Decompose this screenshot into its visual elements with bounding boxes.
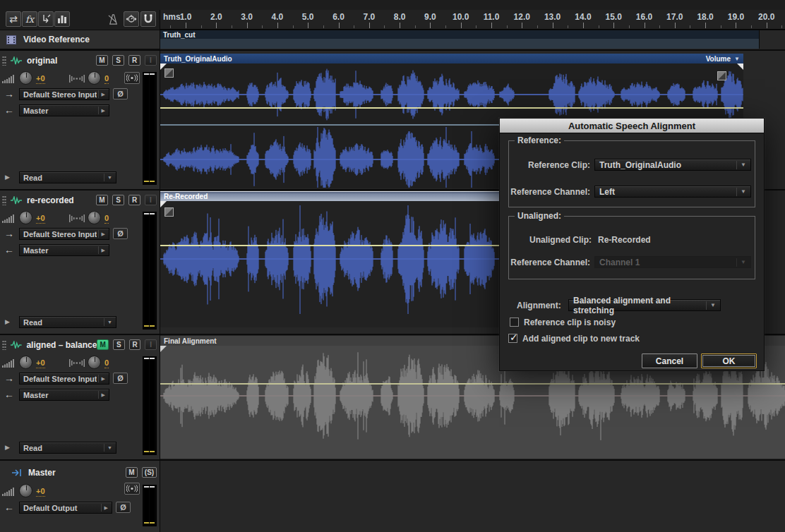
- ruler-tick-label: 13.0: [544, 12, 561, 22]
- pan-knob[interactable]: [88, 356, 101, 369]
- fade-out-handle[interactable]: [717, 71, 726, 80]
- timeline-ruler[interactable]: hms 1.02.03.04.05.06.07.08.09.010.011.01…: [160, 10, 785, 30]
- track-drag-handle[interactable]: [2, 195, 6, 205]
- video-track-label: Video Reference: [23, 35, 90, 44]
- arm-record-button[interactable]: R: [128, 55, 140, 66]
- unaligned-clip-label: Unaligned Clip:: [529, 235, 592, 245]
- output-select[interactable]: Default Output▶: [19, 502, 112, 514]
- phase-invert-button[interactable]: Ø: [116, 502, 131, 513]
- video-clip-truth-cut[interactable]: Truth_cut: [160, 30, 760, 49]
- master-bus-icon: [11, 468, 24, 477]
- monitor-input-button[interactable]: I: [145, 339, 157, 350]
- master-solo-button[interactable]: (S): [142, 467, 157, 478]
- ruler-tick-label: 14.0: [575, 12, 591, 22]
- video-clip-title: Truth_cut: [160, 30, 759, 39]
- mute-button-active[interactable]: M: [97, 339, 109, 350]
- io-routing-button[interactable]: ⇄: [6, 11, 21, 27]
- volume-value[interactable]: +0: [36, 358, 45, 368]
- monitor-speaker-button[interactable]: [124, 483, 140, 495]
- volume-envelope-line[interactable]: [160, 383, 785, 385]
- alignment-select[interactable]: Balanced alignment and stretching▼: [568, 299, 721, 311]
- pan-value[interactable]: 0: [104, 214, 109, 224]
- volume-fader-icon: [2, 74, 17, 83]
- unaligned-channel-label: Reference Channel:: [510, 258, 590, 267]
- phase-invert-button[interactable]: Ø: [113, 228, 128, 239]
- pan-knob[interactable]: [88, 211, 101, 224]
- reference-channel-label: Reference Channel:: [510, 187, 590, 197]
- output-select[interactable]: Master▶: [19, 104, 109, 116]
- expand-triangle-icon[interactable]: ▶: [5, 318, 10, 325]
- volume-knob[interactable]: [19, 484, 32, 497]
- sync-lock-button[interactable]: [124, 11, 139, 27]
- clip-envelope-selector[interactable]: Volume ▼: [706, 55, 740, 63]
- video-reference-track-header[interactable]: Video Reference: [0, 30, 160, 49]
- cancel-button[interactable]: Cancel: [642, 353, 697, 368]
- volume-value[interactable]: +0: [36, 74, 45, 84]
- ok-button[interactable]: OK: [701, 353, 757, 368]
- monitor-speaker-button[interactable]: [124, 72, 140, 84]
- eq-button[interactable]: [54, 11, 70, 27]
- input-select[interactable]: Default Stereo Input▶: [19, 228, 109, 240]
- solo-button[interactable]: S: [112, 195, 124, 205]
- input-arrow-icon: →: [4, 373, 14, 384]
- track-drag-handle[interactable]: [2, 340, 6, 350]
- phase-invert-button[interactable]: Ø: [113, 88, 128, 99]
- effects-button[interactable]: fx: [22, 11, 37, 27]
- monitor-input-button[interactable]: I: [145, 195, 157, 205]
- output-select[interactable]: Master▶: [19, 389, 109, 401]
- chevron-down-icon: ▼: [741, 188, 746, 195]
- automation-mode-select[interactable]: Read▼: [19, 316, 116, 328]
- volume-knob[interactable]: [19, 211, 32, 224]
- solo-button[interactable]: S: [112, 55, 124, 66]
- output-select[interactable]: Master▶: [19, 244, 109, 256]
- automation-mode-select[interactable]: Read▼: [19, 171, 116, 183]
- volume-fader-icon: [2, 214, 17, 223]
- speaker-waves-icon: [126, 74, 138, 82]
- input-select[interactable]: Default Stereo Input▶: [19, 373, 109, 385]
- pan-icon: [69, 214, 85, 223]
- pan-value[interactable]: 0: [104, 358, 109, 368]
- reference-clip-select[interactable]: Truth_OriginalAudio▼: [594, 159, 751, 171]
- input-select[interactable]: Default Stereo Input▶: [19, 88, 109, 100]
- swap-arrows-icon: ⇄: [9, 13, 18, 25]
- fade-in-handle[interactable]: [164, 207, 174, 217]
- send-route-icon: [40, 13, 52, 25]
- mute-button[interactable]: M: [96, 55, 108, 66]
- phase-icon: Ø: [117, 229, 124, 238]
- solo-button[interactable]: S: [113, 339, 125, 350]
- arm-record-button[interactable]: R: [129, 339, 141, 350]
- clip-corner: [160, 346, 167, 352]
- ruler-tick-label: 8.0: [394, 12, 406, 22]
- level-meter: [143, 72, 157, 185]
- snap-magnet-icon: [143, 13, 154, 25]
- volume-envelope-line[interactable]: [160, 107, 743, 109]
- monitor-input-button[interactable]: I: [145, 55, 157, 66]
- track-drag-handle[interactable]: [2, 56, 6, 66]
- arm-record-button[interactable]: R: [128, 195, 140, 205]
- pan-knob[interactable]: [88, 71, 101, 85]
- expand-triangle-icon[interactable]: ▶: [5, 174, 10, 181]
- sends-button[interactable]: [38, 11, 54, 27]
- chevron-right-icon: ▶: [102, 231, 105, 237]
- dialog-title[interactable]: Automatic Speech Alignment: [500, 119, 764, 133]
- volume-knob[interactable]: [19, 71, 32, 85]
- track-name: re-recorded: [27, 195, 96, 205]
- reference-channel-select[interactable]: Left▼: [594, 186, 751, 198]
- volume-knob[interactable]: [19, 356, 32, 369]
- mute-button[interactable]: M: [126, 467, 138, 478]
- chevron-down-icon: ▼: [741, 259, 746, 265]
- expand-triangle-icon[interactable]: ▶: [5, 444, 10, 451]
- snap-button[interactable]: [140, 11, 156, 27]
- pan-value[interactable]: 0: [104, 74, 109, 84]
- phase-invert-button[interactable]: Ø: [113, 373, 128, 384]
- add-aligned-clip-checkbox[interactable]: [508, 334, 517, 343]
- metronome-toggle[interactable]: [106, 12, 120, 26]
- mute-button[interactable]: M: [96, 195, 108, 205]
- waveform-track-icon: [10, 196, 23, 205]
- automation-mode-select[interactable]: Read▼: [19, 442, 116, 454]
- fx-icon: fx: [25, 14, 34, 25]
- chevron-down-icon: ▼: [710, 302, 716, 308]
- volume-value[interactable]: +0: [36, 487, 45, 497]
- volume-value[interactable]: +0: [36, 214, 45, 224]
- reference-clip-noisy-checkbox[interactable]: [510, 318, 519, 327]
